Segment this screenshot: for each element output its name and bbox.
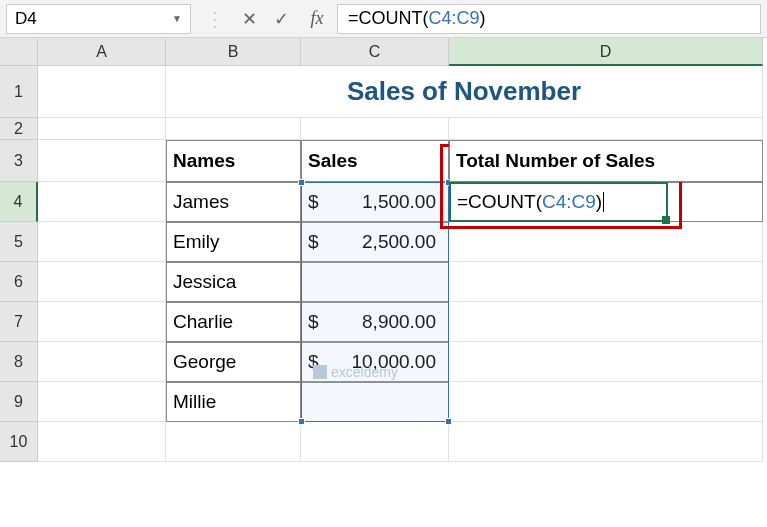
cancel-button[interactable]: ✕: [233, 8, 265, 30]
cell-A7[interactable]: [38, 302, 166, 342]
cells-area[interactable]: Sales of November Names Sales Total Numb…: [38, 66, 763, 462]
cell-A1[interactable]: [38, 66, 166, 118]
title-cell[interactable]: Sales of November: [166, 66, 763, 118]
cell-D8[interactable]: [449, 342, 763, 382]
active-formula-eq: =: [457, 191, 468, 213]
chevron-down-icon[interactable]: ▼: [172, 13, 182, 24]
cell-D6[interactable]: [449, 262, 763, 302]
row-header-7[interactable]: 7: [0, 302, 38, 342]
select-all-corner[interactable]: [0, 38, 38, 66]
formula-reference: C4:C9: [429, 8, 480, 29]
active-formula-ref: C4:C9: [542, 191, 596, 213]
cell-sales-5[interactable]: [301, 382, 449, 422]
text-cursor: [603, 192, 604, 212]
watermark: exceldemy: [313, 364, 398, 380]
formula-function: COUNT(: [359, 8, 429, 29]
cell-name-5[interactable]: Millie: [166, 382, 301, 422]
fx-label: fx: [311, 8, 324, 28]
name-box[interactable]: D4 ▼: [6, 4, 191, 34]
cell-sales-2[interactable]: [301, 262, 449, 302]
col-header-B[interactable]: B: [166, 38, 301, 66]
column-header-row: A B C D: [0, 38, 767, 66]
col-header-A[interactable]: A: [38, 38, 166, 66]
cell-A5[interactable]: [38, 222, 166, 262]
currency-symbol: $: [308, 231, 319, 253]
row-header-2[interactable]: 2: [0, 118, 38, 140]
grid-body: 1 2 3 4 5 6 7 8 9 10 Sales of November N…: [0, 66, 767, 462]
sales-value: 1,500.00: [323, 191, 442, 213]
watermark-text: exceldemy: [331, 364, 398, 380]
cell-name-1[interactable]: Emily: [166, 222, 301, 262]
cell-D5[interactable]: [449, 222, 763, 262]
cell-name-2[interactable]: Jessica: [166, 262, 301, 302]
cell-B10[interactable]: [166, 422, 301, 462]
cell-name-4[interactable]: George: [166, 342, 301, 382]
currency-symbol: $: [308, 311, 319, 333]
separator: ⋮: [205, 7, 225, 31]
row-header-9[interactable]: 9: [0, 382, 38, 422]
row-header-4[interactable]: 4: [0, 182, 38, 222]
row-header-6[interactable]: 6: [0, 262, 38, 302]
formula-input[interactable]: =COUNT(C4:C9): [337, 4, 761, 34]
cell-A8[interactable]: [38, 342, 166, 382]
row-headers: 1 2 3 4 5 6 7 8 9 10: [0, 66, 38, 462]
confirm-button[interactable]: ✓: [265, 8, 297, 30]
cell-D2[interactable]: [449, 118, 763, 140]
cell-D10[interactable]: [449, 422, 763, 462]
cell-A4[interactable]: [38, 182, 166, 222]
cell-name-3[interactable]: Charlie: [166, 302, 301, 342]
cell-A6[interactable]: [38, 262, 166, 302]
header-total[interactable]: Total Number of Sales: [449, 140, 763, 182]
cell-C10[interactable]: [301, 422, 449, 462]
cell-name-0[interactable]: James: [166, 182, 301, 222]
row-header-5[interactable]: 5: [0, 222, 38, 262]
active-formula-fn: COUNT(: [468, 191, 542, 213]
cell-sales-0[interactable]: $1,500.00: [301, 182, 449, 222]
row-header-1[interactable]: 1: [0, 66, 38, 118]
cell-sales-3[interactable]: $8,900.00: [301, 302, 449, 342]
formula-close: ): [480, 8, 486, 29]
cell-A9[interactable]: [38, 382, 166, 422]
check-icon: ✓: [274, 9, 289, 29]
active-formula-close: ): [596, 191, 602, 213]
cell-A3[interactable]: [38, 140, 166, 182]
col-header-C[interactable]: C: [301, 38, 449, 66]
row-header-8[interactable]: 8: [0, 342, 38, 382]
fx-button[interactable]: fx: [297, 8, 337, 29]
cell-A2[interactable]: [38, 118, 166, 140]
cell-D7[interactable]: [449, 302, 763, 342]
active-cell[interactable]: =COUNT(C4:C9): [449, 182, 668, 222]
formula-equals: =: [348, 8, 359, 29]
cell-B2[interactable]: [166, 118, 301, 140]
fill-handle[interactable]: [662, 216, 670, 224]
formula-bar: D4 ▼ ⋮ ✕ ✓ fx =COUNT(C4:C9): [0, 0, 767, 38]
name-box-value: D4: [15, 9, 172, 29]
cell-sales-1[interactable]: $2,500.00: [301, 222, 449, 262]
close-icon: ✕: [242, 9, 257, 29]
row-header-3[interactable]: 3: [0, 140, 38, 182]
header-sales[interactable]: Sales: [301, 140, 449, 182]
sales-value: 8,900.00: [323, 311, 442, 333]
cell-C2[interactable]: [301, 118, 449, 140]
header-names[interactable]: Names: [166, 140, 301, 182]
col-header-D[interactable]: D: [449, 38, 763, 66]
watermark-icon: [313, 365, 327, 379]
cell-A10[interactable]: [38, 422, 166, 462]
sales-value: 2,500.00: [323, 231, 442, 253]
row-header-10[interactable]: 10: [0, 422, 38, 462]
cell-D9[interactable]: [449, 382, 763, 422]
currency-symbol: $: [308, 191, 319, 213]
